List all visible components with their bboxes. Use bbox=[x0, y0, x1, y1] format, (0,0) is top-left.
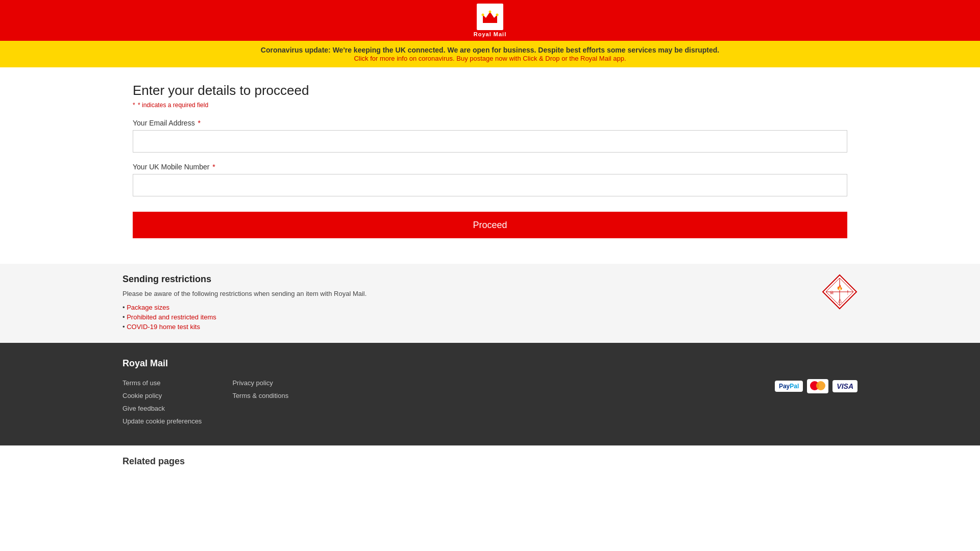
restrictions-inner: Sending restrictions Please be aware of … bbox=[122, 274, 857, 331]
privacy-policy-link[interactable]: Privacy policy bbox=[232, 379, 288, 387]
email-input[interactable] bbox=[133, 130, 847, 153]
mobile-input[interactable] bbox=[133, 174, 847, 196]
svg-text:🔥: 🔥 bbox=[837, 284, 843, 291]
logo-box bbox=[477, 4, 503, 30]
footer: Royal Mail Terms of use Cookie policy Gi… bbox=[0, 343, 980, 445]
terms-of-use-link[interactable]: Terms of use bbox=[122, 379, 202, 387]
required-star: * bbox=[133, 102, 135, 109]
restrictions-section: Sending restrictions Please be aware of … bbox=[0, 264, 980, 343]
royal-mail-logo-icon bbox=[481, 8, 499, 26]
header: Royal Mail bbox=[0, 0, 980, 41]
svg-text:!: ! bbox=[847, 290, 849, 295]
alert-main-text: Coronavirus update: We're keeping the UK… bbox=[10, 46, 970, 54]
list-item: Prohibited and restricted items bbox=[122, 313, 857, 321]
logo-container: Royal Mail bbox=[474, 4, 506, 37]
main-content: Enter your details to procceed * * indic… bbox=[122, 67, 857, 264]
svg-text:⚠: ⚠ bbox=[838, 298, 842, 304]
svg-point-2 bbox=[482, 14, 484, 16]
footer-col1: Terms of use Cookie policy Give feedback… bbox=[122, 379, 202, 425]
footer-inner: Royal Mail Terms of use Cookie policy Gi… bbox=[122, 358, 857, 435]
email-label: Your Email Address * bbox=[133, 119, 847, 127]
alert-link[interactable]: Click for more info on coronavirus. Buy … bbox=[354, 55, 626, 62]
list-item: COVID-19 home test kits bbox=[122, 323, 857, 331]
related-section: Related pages bbox=[0, 445, 980, 477]
svg-point-4 bbox=[496, 14, 499, 16]
restrictions-title: Sending restrictions bbox=[122, 274, 857, 285]
cookie-policy-link[interactable]: Cookie policy bbox=[122, 392, 202, 399]
prohibited-items-link[interactable]: Prohibited and restricted items bbox=[127, 313, 216, 321]
svg-point-3 bbox=[489, 11, 492, 13]
mobile-form-group: Your UK Mobile Number * bbox=[133, 163, 847, 196]
svg-text:☠: ☠ bbox=[829, 290, 834, 295]
payment-methods: PayPal VISA bbox=[775, 379, 857, 393]
restrictions-desc: Please be aware of the following restric… bbox=[122, 290, 857, 297]
related-title: Related pages bbox=[122, 456, 857, 467]
mobile-required-star: * bbox=[210, 163, 215, 171]
related-inner: Related pages bbox=[122, 456, 857, 467]
alert-banner: Coronavirus update: We're keeping the UK… bbox=[0, 41, 980, 67]
mastercard-icon bbox=[807, 379, 828, 393]
covid-kits-link[interactable]: COVID-19 home test kits bbox=[127, 323, 200, 331]
email-form-group: Your Email Address * bbox=[133, 119, 847, 153]
email-required-star: * bbox=[196, 119, 201, 127]
proceed-button[interactable]: Proceed bbox=[133, 212, 847, 238]
paypal-icon: PayPal bbox=[775, 381, 803, 392]
footer-links: Terms of use Cookie policy Give feedback… bbox=[122, 379, 288, 425]
svg-marker-0 bbox=[483, 12, 497, 22]
footer-col2: Privacy policy Terms & conditions bbox=[232, 379, 288, 425]
terms-conditions-link[interactable]: Terms & conditions bbox=[232, 392, 288, 399]
hazard-icon: 🔥 ! ☠ ⚠ bbox=[822, 274, 857, 310]
give-feedback-link[interactable]: Give feedback bbox=[122, 405, 202, 412]
mobile-label: Your UK Mobile Number * bbox=[133, 163, 847, 171]
required-note: * * indicates a required field bbox=[133, 102, 847, 109]
footer-bottom: Terms of use Cookie policy Give feedback… bbox=[122, 379, 857, 435]
package-sizes-link[interactable]: Package sizes bbox=[127, 304, 169, 311]
visa-icon: VISA bbox=[832, 380, 857, 392]
restrictions-list: Package sizes Prohibited and restricted … bbox=[122, 304, 857, 331]
page-title: Enter your details to procceed bbox=[133, 83, 847, 98]
svg-rect-1 bbox=[483, 21, 497, 23]
update-cookie-link[interactable]: Update cookie preferences bbox=[122, 417, 202, 425]
list-item: Package sizes bbox=[122, 304, 857, 311]
footer-brand: Royal Mail bbox=[122, 358, 857, 369]
logo-text: Royal Mail bbox=[474, 31, 506, 37]
